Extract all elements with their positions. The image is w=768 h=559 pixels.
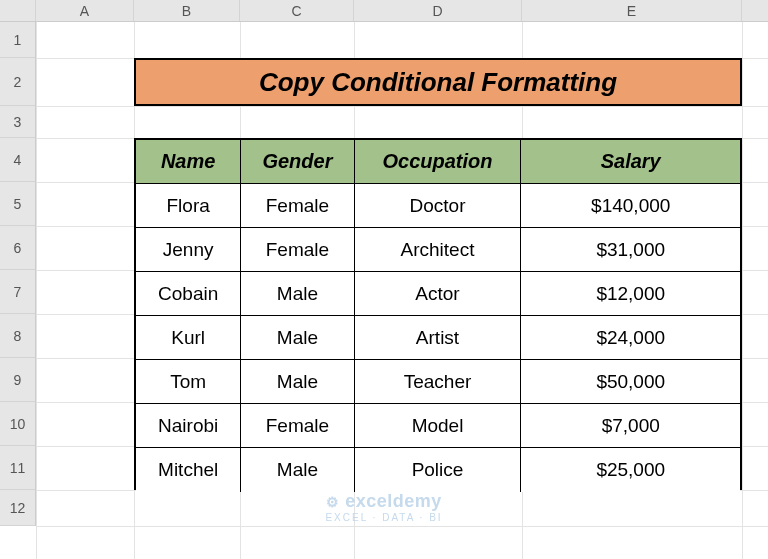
select-all-corner[interactable]	[0, 0, 36, 21]
cell[interactable]: $24,000	[521, 316, 740, 360]
row-header-6[interactable]: 6	[0, 226, 35, 270]
cell[interactable]: Teacher	[355, 360, 522, 404]
table-header-gender[interactable]: Gender	[241, 140, 354, 184]
table-row: KurlMaleArtist$24,000	[136, 316, 740, 360]
cell[interactable]: $25,000	[521, 448, 740, 492]
col-header-A[interactable]: A	[36, 0, 134, 21]
table-row: FloraFemaleDoctor$140,000	[136, 184, 740, 228]
cell[interactable]: Artist	[355, 316, 522, 360]
title-text: Copy Conditional Formatting	[259, 67, 617, 98]
row-header-12[interactable]: 12	[0, 490, 35, 526]
col-header-B[interactable]: B	[134, 0, 240, 21]
row-header-4[interactable]: 4	[0, 138, 35, 182]
cell[interactable]: Male	[241, 272, 354, 316]
title-cell[interactable]: Copy Conditional Formatting	[134, 58, 742, 106]
cell[interactable]: Architect	[355, 228, 522, 272]
cell[interactable]: Mitchel	[136, 448, 241, 492]
cell[interactable]: Jenny	[136, 228, 241, 272]
cell[interactable]: $7,000	[521, 404, 740, 448]
cell[interactable]: Cobain	[136, 272, 241, 316]
cell[interactable]: Flora	[136, 184, 241, 228]
cell[interactable]: Female	[241, 184, 354, 228]
cell[interactable]: Police	[355, 448, 522, 492]
col-header-D[interactable]: D	[354, 0, 522, 21]
table-row: TomMaleTeacher$50,000	[136, 360, 740, 404]
row-headers: 123456789101112	[0, 22, 36, 526]
row-header-10[interactable]: 10	[0, 402, 35, 446]
row-header-1[interactable]: 1	[0, 22, 35, 58]
row-header-3[interactable]: 3	[0, 106, 35, 138]
cell[interactable]: Female	[241, 228, 354, 272]
cell[interactable]: $12,000	[521, 272, 740, 316]
table-row: CobainMaleActor$12,000	[136, 272, 740, 316]
data-table: NameGenderOccupationSalaryFloraFemaleDoc…	[134, 138, 742, 490]
table-header-salary[interactable]: Salary	[521, 140, 740, 184]
col-header-E[interactable]: E	[522, 0, 742, 21]
cell[interactable]: Male	[241, 448, 354, 492]
cell[interactable]: Doctor	[355, 184, 522, 228]
table-header-occupation[interactable]: Occupation	[355, 140, 522, 184]
row-header-11[interactable]: 11	[0, 446, 35, 490]
cell[interactable]: Kurl	[136, 316, 241, 360]
row-header-2[interactable]: 2	[0, 58, 35, 106]
cell[interactable]: Male	[241, 316, 354, 360]
cell[interactable]: $31,000	[521, 228, 740, 272]
cell[interactable]: Female	[241, 404, 354, 448]
spreadsheet: ABCDE 123456789101112 Copy Conditional F…	[0, 0, 768, 559]
table-row: NairobiFemaleModel$7,000	[136, 404, 740, 448]
cell[interactable]: $140,000	[521, 184, 740, 228]
row-header-9[interactable]: 9	[0, 358, 35, 402]
cell[interactable]: Actor	[355, 272, 522, 316]
cell[interactable]: Tom	[136, 360, 241, 404]
cell[interactable]: Male	[241, 360, 354, 404]
cell[interactable]: Nairobi	[136, 404, 241, 448]
column-headers: ABCDE	[0, 0, 768, 22]
cell[interactable]: $50,000	[521, 360, 740, 404]
col-header-C[interactable]: C	[240, 0, 354, 21]
table-header-name[interactable]: Name	[136, 140, 241, 184]
row-header-8[interactable]: 8	[0, 314, 35, 358]
row-header-7[interactable]: 7	[0, 270, 35, 314]
cell[interactable]: Model	[355, 404, 522, 448]
row-header-5[interactable]: 5	[0, 182, 35, 226]
table-row: MitchelMalePolice$25,000	[136, 448, 740, 492]
table-row: JennyFemaleArchitect$31,000	[136, 228, 740, 272]
